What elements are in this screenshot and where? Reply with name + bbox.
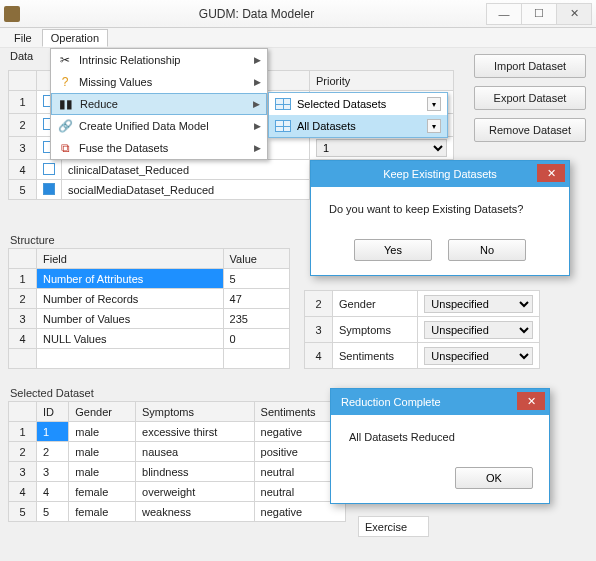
menu-file[interactable]: File bbox=[6, 30, 40, 46]
minimize-button[interactable]: — bbox=[486, 3, 522, 25]
menu-intrinsic-relationship[interactable]: ✂Intrinsic Relationship▶ bbox=[51, 49, 267, 71]
attr-type-select[interactable]: Unspecified bbox=[424, 295, 533, 313]
scissors-icon: ✂ bbox=[57, 52, 73, 68]
bars-icon: ▮▮ bbox=[58, 96, 74, 112]
reduce-submenu: Selected Datasets▾ All Datasets▾ bbox=[268, 92, 448, 138]
attr-type-select[interactable]: Unspecified bbox=[424, 347, 533, 365]
checkbox-icon[interactable] bbox=[43, 163, 55, 175]
keep-existing-dialog: Keep Existing Datasets✕ Do you want to k… bbox=[310, 160, 570, 276]
menu-fuse-datasets[interactable]: ⧉Fuse the Datasets▶ bbox=[51, 137, 267, 159]
reduction-complete-dialog: Reduction Complete✕ All Datasets Reduced… bbox=[330, 388, 550, 504]
checkbox-icon[interactable] bbox=[43, 183, 55, 195]
chevron-down-icon[interactable]: ▾ bbox=[427, 119, 441, 133]
structure-table: FieldValue 1Number of Attributes5 2Numbe… bbox=[8, 248, 290, 369]
operation-menu: ✂Intrinsic Relationship▶ ?Missing Values… bbox=[50, 48, 268, 160]
grid-icon bbox=[275, 120, 291, 132]
chevron-right-icon: ▶ bbox=[254, 121, 261, 131]
menubar: File Operation bbox=[0, 28, 596, 48]
dialog-close-button[interactable]: ✕ bbox=[517, 392, 545, 410]
titlebar: GUDM: Data Modeler — ☐ ✕ bbox=[0, 0, 596, 28]
chevron-right-icon: ▶ bbox=[254, 55, 261, 65]
maximize-button[interactable]: ☐ bbox=[521, 3, 557, 25]
window-title: GUDM: Data Modeler bbox=[26, 7, 487, 21]
question-icon: ? bbox=[57, 74, 73, 90]
extra-cell: Exercise bbox=[358, 516, 429, 537]
app-icon bbox=[4, 6, 20, 22]
dataset-name: socialMediaDataset_Reduced bbox=[62, 180, 310, 200]
menu-create-unified[interactable]: 🔗Create Unified Data Model▶ bbox=[51, 115, 267, 137]
chevron-right-icon: ▶ bbox=[254, 143, 261, 153]
chevron-down-icon[interactable]: ▾ bbox=[427, 97, 441, 111]
yes-button[interactable]: Yes bbox=[354, 239, 432, 261]
menu-reduce[interactable]: ▮▮Reduce▶ bbox=[51, 93, 267, 115]
dialog-message: Do you want to keep Existing Datasets? bbox=[311, 187, 569, 231]
export-dataset-button[interactable]: Export Dataset bbox=[474, 86, 586, 110]
dataset-name: clinicalDataset_Reduced bbox=[62, 160, 310, 180]
no-button[interactable]: No bbox=[448, 239, 526, 261]
remove-dataset-button[interactable]: Remove Dataset bbox=[474, 118, 586, 142]
dialog-close-button[interactable]: ✕ bbox=[537, 164, 565, 182]
selected-dataset-table: IDGenderSymptomsSentiments 11maleexcessi… bbox=[8, 401, 346, 522]
dialog-message: All Datasets Reduced bbox=[331, 415, 549, 459]
ok-button[interactable]: OK bbox=[455, 467, 533, 489]
menu-missing-values[interactable]: ?Missing Values▶ bbox=[51, 71, 267, 93]
attributes-table: 2GenderUnspecified 3SymptomsUnspecified … bbox=[304, 290, 540, 369]
priority-select[interactable]: 1 bbox=[316, 139, 447, 157]
submenu-all-datasets[interactable]: All Datasets▾ bbox=[269, 115, 447, 137]
submenu-selected-datasets[interactable]: Selected Datasets▾ bbox=[269, 93, 447, 115]
col-priority: Priority bbox=[310, 71, 454, 91]
chevron-right-icon: ▶ bbox=[253, 99, 260, 109]
merge-icon: ⧉ bbox=[57, 140, 73, 156]
close-button[interactable]: ✕ bbox=[556, 3, 592, 25]
grid-icon bbox=[275, 98, 291, 110]
link-icon: 🔗 bbox=[57, 118, 73, 134]
menu-operation[interactable]: Operation bbox=[42, 29, 108, 47]
chevron-right-icon: ▶ bbox=[254, 77, 261, 87]
dialog-title: Keep Existing Datasets✕ bbox=[311, 161, 569, 187]
dialog-title: Reduction Complete✕ bbox=[331, 389, 549, 415]
attr-type-select[interactable]: Unspecified bbox=[424, 321, 533, 339]
import-dataset-button[interactable]: Import Dataset bbox=[474, 54, 586, 78]
